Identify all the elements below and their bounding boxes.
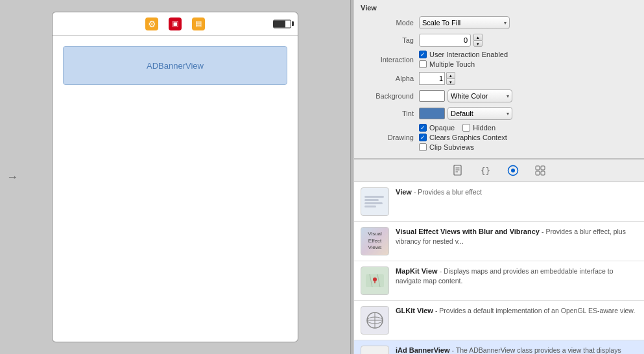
tint-row: Tint Default ▾ [361,106,638,121]
clears-graphics-row: ✓ Clears Graphics Context [419,134,507,141]
tag-stepper-up[interactable]: ▴ [473,34,483,40]
component-info-glkit: GLKit View - Provides a default implemen… [396,306,638,316]
background-row: Background White Color ▾ [361,89,638,103]
hidden-checkbox[interactable] [462,124,470,132]
battery-icon [273,19,291,28]
blur-line-3 [364,202,383,204]
background-label: Background [361,92,419,100]
right-panel: View Mode Scale To Fill ▾ Tag ▴ ▾ [354,0,644,354]
alpha-label: Alpha [361,75,419,82]
drawing-row-1: ✓ Opaque Hidden [419,124,495,132]
mode-value: Scale To Fill [422,19,460,27]
tint-color-select[interactable]: Default ▾ [447,107,512,120]
glkit-svg [364,310,385,331]
background-control: White Color ▾ [419,89,638,102]
hidden-label: Hidden [473,124,495,132]
background-color-label: White Color [451,92,488,100]
clip-subviews-checkbox[interactable] [419,143,427,151]
phone-frame: ⚙ ▣ ▤ ADBannerView [52,12,298,342]
opaque-checkbox[interactable]: ✓ [419,124,427,132]
tab-bar: {} [354,159,644,182]
canvas-area: → ⚙ ▣ ▤ ADBannerView [0,0,350,354]
component-thumb-visual-effect: VisualEffectViews [361,227,389,255]
component-info-mapkit: MapKit View - Displays maps and provides… [396,266,638,287]
interaction-row: Interaction ✓ User Interaction Enabled M… [361,51,638,68]
component-thumb-glkit [361,306,389,335]
tag-input[interactable] [419,34,471,47]
phone-content: ADBannerView [53,36,298,342]
list-item[interactable]: MapKit View - Displays maps and provides… [354,261,644,301]
component-info-visual-effect: Visual Effect Views with Blur and Vibran… [396,227,638,247]
blur-line-4 [364,206,376,207]
multiple-touch-label: Multiple Touch [429,60,475,68]
interaction-label: Interaction [361,56,419,64]
battery-tip [292,21,294,26]
alpha-stepper-down[interactable]: ▾ [446,78,455,85]
component-desc-glkit: - Provides a default implementation of a… [435,307,635,314]
tab-document[interactable] [451,163,466,178]
tint-control: Default ▾ [419,107,638,120]
svg-rect-7 [541,166,545,170]
tag-control: ▴ ▾ [419,34,638,47]
alpha-row: Alpha ▴ ▾ [361,71,638,86]
ad-banner: ADBannerView [63,46,287,85]
alpha-input[interactable] [419,72,445,85]
svg-point-5 [511,169,515,172]
blur-line-2 [364,199,379,201]
drawing-row: Drawing ✓ Opaque Hidden ✓ Clears Graphic… [361,124,638,151]
user-interaction-row: ✓ User Interaction Enabled [419,51,508,58]
blur-line-1 [364,196,384,198]
drawing-label: Drawing [361,134,419,141]
inspector-section-title: View [361,4,638,12]
list-item[interactable]: GLKit View - Provides a default implemen… [354,301,644,340]
clip-subviews-row: Clip Subviews [419,143,474,151]
battery-fill [274,20,285,27]
list-item[interactable]: iAd iAd BannerView - The ADBannerView cl… [354,340,644,354]
opaque-row: ✓ Opaque [419,124,455,132]
svg-point-11 [373,277,377,281]
component-name-iad: iAd BannerView [396,346,450,354]
hidden-row: Hidden [462,124,495,132]
user-interaction-label: User Interaction Enabled [429,51,508,58]
list-item[interactable]: View - Provides a blur effect [354,182,644,222]
alpha-stepper-up[interactable]: ▴ [446,72,455,78]
tint-chevron: ▾ [507,111,509,117]
list-item[interactable]: VisualEffectViews Visual Effect Views wi… [354,222,644,261]
mode-select[interactable]: Scale To Fill ▾ [419,16,510,29]
user-interaction-checkbox[interactable]: ✓ [419,51,427,58]
visual-effect-thumb-label: VisualEffectViews [368,231,382,251]
clears-graphics-checkbox[interactable]: ✓ [419,134,427,141]
tag-row: Tag ▴ ▾ [361,33,638,47]
map-svg [364,270,385,291]
background-color-swatch[interactable] [419,90,445,102]
arrow-indicator: → [6,171,18,184]
component-name-visual-effect: Visual Effect Views with Blur and Vibran… [396,228,540,235]
drawing-control: ✓ Opaque Hidden ✓ Clears Graphics Contex… [419,124,638,151]
multiple-touch-row: Multiple Touch [419,60,475,68]
background-color-select[interactable]: White Color ▾ [447,89,512,102]
svg-rect-8 [536,171,540,175]
clears-graphics-label: Clears Graphics Context [429,134,507,141]
tint-color-swatch[interactable] [419,108,445,119]
svg-rect-9 [541,171,545,175]
component-thumb-view [361,187,389,216]
component-name-glkit: GLKit View [396,307,433,314]
tag-stepper-down[interactable]: ▾ [473,40,483,47]
tint-value: Default [451,110,473,117]
component-thumb-iad: iAd [361,346,389,354]
component-desc-view: - Provides a blur effect [414,188,482,196]
component-info-iad: iAd BannerView - The ADBannerView class … [396,346,638,354]
toolbar-icon-3[interactable]: ▤ [192,18,205,30]
toolbar-icon-2[interactable]: ▣ [169,18,182,30]
multiple-touch-checkbox[interactable] [419,60,427,68]
tint-label: Tint [361,110,419,117]
mode-label: Mode [361,19,419,27]
toolbar-icon-1[interactable]: ⚙ [145,18,158,30]
tab-attributes[interactable] [506,163,520,178]
component-list: View - Provides a blur effect VisualEffe… [354,182,644,354]
tab-grid[interactable] [533,163,547,178]
alpha-control: ▴ ▾ [419,72,638,85]
tab-code[interactable]: {} [479,163,493,178]
mode-control: Scale To Fill ▾ [419,16,638,29]
interaction-control: ✓ User Interaction Enabled Multiple Touc… [419,51,638,68]
